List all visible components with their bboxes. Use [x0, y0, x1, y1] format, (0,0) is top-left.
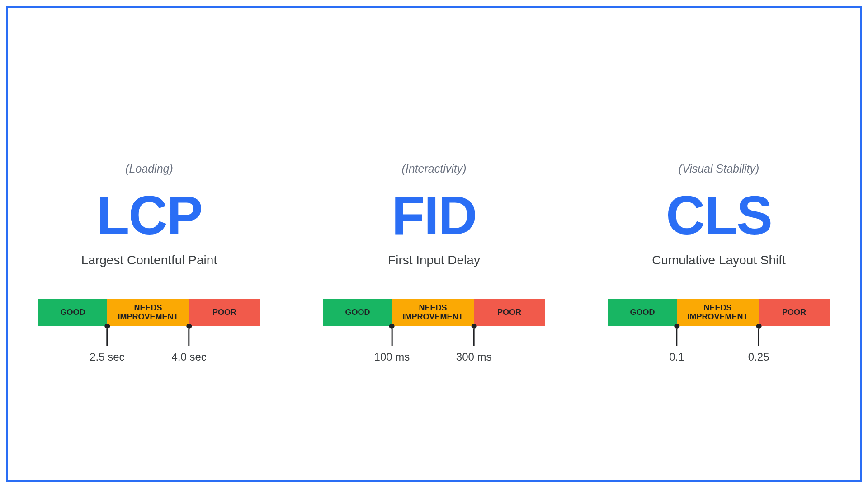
segment-poor: POOR — [759, 299, 830, 326]
threshold-bar: GOOD NEEDS IMPROVEMENT POOR 0.1 0.25 — [608, 299, 830, 326]
category-label: (Loading) — [125, 162, 173, 175]
marker-dot-icon — [186, 324, 192, 329]
metric-abbrev: LCP — [96, 188, 202, 242]
marker-stem-icon — [473, 329, 475, 346]
marker-dot-icon — [471, 324, 476, 329]
threshold-value: 4.0 sec — [171, 351, 206, 363]
threshold-marker-1: 100 ms — [374, 326, 410, 363]
threshold-value: 2.5 sec — [90, 351, 124, 363]
marker-stem-icon — [391, 329, 392, 346]
metric-full-name: First Input Delay — [388, 253, 480, 267]
marker-dot-icon — [389, 324, 395, 329]
threshold-value: 100 ms — [374, 351, 410, 363]
threshold-marker-2: 4.0 sec — [171, 326, 206, 363]
threshold-bar: GOOD NEEDS IMPROVEMENT POOR 2.5 sec 4.0 … — [38, 299, 260, 326]
marker-dot-icon — [756, 324, 761, 329]
metric-abbrev: CLS — [666, 188, 772, 242]
threshold-marker-2: 300 ms — [456, 326, 492, 363]
segment-needs-improvement: NEEDS IMPROVEMENT — [392, 299, 474, 326]
segment-needs-improvement: NEEDS IMPROVEMENT — [677, 299, 759, 326]
segment-poor: POOR — [474, 299, 545, 326]
threshold-value: 0.1 — [669, 351, 684, 363]
marker-dot-icon — [104, 324, 110, 329]
segment-good: GOOD — [38, 299, 107, 326]
segment-good: GOOD — [323, 299, 392, 326]
marker-stem-icon — [106, 329, 108, 346]
marker-stem-icon — [189, 329, 190, 346]
threshold-marker-1: 2.5 sec — [90, 326, 124, 363]
metric-abbrev: FID — [392, 188, 476, 242]
category-label: (Interactivity) — [401, 162, 466, 175]
threshold-marker-1: 0.1 — [669, 326, 684, 363]
metric-full-name: Largest Contentful Paint — [81, 253, 217, 267]
segment-good: GOOD — [608, 299, 677, 326]
diagram-frame: (Loading) LCP Largest Contentful Paint G… — [6, 6, 862, 482]
threshold-marker-2: 0.25 — [748, 326, 769, 363]
marker-dot-icon — [674, 324, 679, 329]
metric-card-fid: (Interactivity) FID First Input Delay GO… — [323, 162, 545, 326]
segment-poor: POOR — [189, 299, 260, 326]
threshold-value: 300 ms — [456, 351, 492, 363]
marker-stem-icon — [758, 329, 760, 346]
marker-stem-icon — [676, 329, 677, 346]
metrics-row: (Loading) LCP Largest Contentful Paint G… — [8, 162, 860, 326]
metric-full-name: Cumulative Layout Shift — [652, 253, 786, 267]
metric-card-lcp: (Loading) LCP Largest Contentful Paint G… — [38, 162, 260, 326]
category-label: (Visual Stability) — [679, 162, 760, 175]
metric-card-cls: (Visual Stability) CLS Cumulative Layout… — [608, 162, 830, 326]
threshold-bar: GOOD NEEDS IMPROVEMENT POOR 100 ms 300 m… — [323, 299, 545, 326]
threshold-value: 0.25 — [748, 351, 769, 363]
segment-needs-improvement: NEEDS IMPROVEMENT — [107, 299, 189, 326]
